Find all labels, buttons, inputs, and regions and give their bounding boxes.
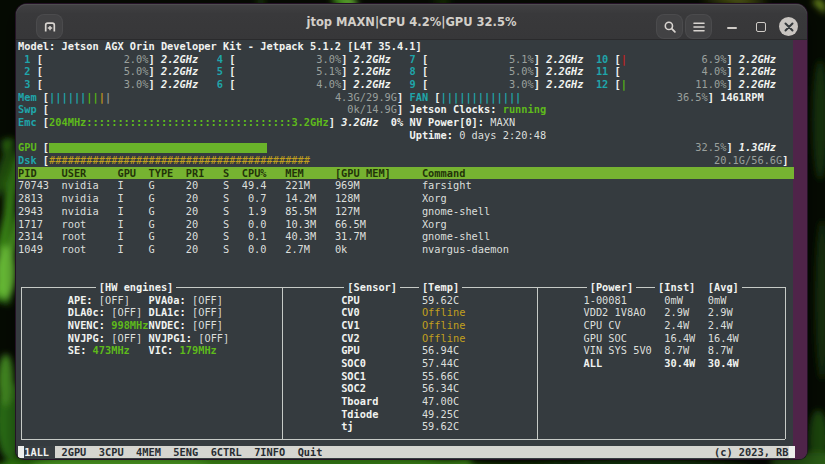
term-text: ] [726,78,732,91]
term-text: 2.4W [708,319,733,332]
term-text: ] [341,53,347,66]
term-text: 6 [217,78,223,91]
term-text: MEM [285,167,304,180]
term-text: USER [61,167,86,180]
term-text: S [223,167,229,180]
term-text: 2813 [18,192,43,205]
term-text: 2.9W [708,306,733,319]
term-text: NVDEC: [148,319,185,332]
term-text: 14.2M [285,192,316,205]
panel-border [636,287,655,288]
term-text: CPU [341,294,360,307]
term-text: 2.4W [664,319,689,332]
panel-row-7: SOC155.66C [18,370,794,383]
term-text: 2.2GHz [739,78,776,91]
term-text: 3.0% [509,78,534,91]
term-text: 55.66C [422,370,459,383]
term-text: ] [534,65,540,78]
menu-item-quit[interactable]: Quit [298,446,323,459]
term-text: 40.3M [285,230,316,243]
menu-bar-line[interactable]: 1ALL2GPU3CPU4MEM5ENG6CTRL7INFOQuit(c) 20… [18,446,794,459]
term-text: nvidia [61,179,98,192]
term-text: 2.2GHz [739,65,776,78]
term-text: ] [148,65,154,78]
titlebar[interactable]: jtop MAXN|CPU 4.2%|GPU 32.5% [16,4,807,40]
term-text: 49.25C [422,408,459,421]
term-text: | [621,78,627,91]
term-text: [OFF] [198,332,229,345]
term-text: 30.4W [664,357,695,370]
panel-row-5: SE:473MHzVIC:179MHzGPU56.94CVIN SYS 5V08… [18,344,794,357]
term-text: [Power] [590,281,634,294]
term-text: Offline [422,319,466,332]
term-text: 2.2GHz [161,78,198,91]
term-text: Dsk [18,154,37,167]
term-text: FAN [409,91,428,104]
term-text: SOC0 [341,357,366,370]
term-text: 1-00081 [583,294,627,307]
maximize-button[interactable] [756,22,766,32]
term-text: ########################################… [49,154,310,167]
menu-item-7info[interactable]: 7INFO [254,446,285,459]
term-text: 8.7W [664,344,689,357]
menu-item-2gpu[interactable]: 2GPU [61,446,86,459]
term-text: 32.5% [695,141,726,154]
term-text: [OFF] [192,306,223,319]
term-text: I [117,205,123,218]
term-text: 56.94C [422,344,459,357]
term-text: 7 [409,53,415,66]
term-text: [OFF] [99,294,130,307]
term-text: ] [726,141,732,154]
term-text: [OFF] [192,319,223,332]
term-text: Offline [422,306,466,319]
term-text: | [621,53,627,66]
menu-item-3cpu[interactable]: 3CPU [99,446,124,459]
term-text: [Inst] [658,281,695,294]
term-text: 2.7M [285,243,310,256]
term-text: 10.3M [285,218,316,231]
menu-item-5eng[interactable]: 5ENG [173,446,198,459]
term-text: 11 [596,65,608,78]
search-button[interactable] [657,15,682,38]
term-text: GPU [117,167,136,180]
mem-fan-line: Mem[||||||||||4.3G/29.9G]FAN[|||||||||||… [18,91,794,104]
term-text: 0.1 [248,230,267,243]
minimize-button[interactable] [727,27,737,29]
term-text: 1717 [18,218,43,231]
panel-row-11: tj59.62C [18,420,794,433]
term-text: I [117,218,123,231]
term-text: DLA0c: [68,306,105,319]
term-text: I [117,243,123,256]
term-text: 2.2GHz [161,65,198,78]
menu-button[interactable] [686,15,711,38]
menu-item-4mem[interactable]: 4MEM [136,446,161,459]
menu-item-1all[interactable]: 1ALL [24,446,49,459]
term-text: root [61,218,86,231]
term-text: 204MHz [49,116,86,129]
term-text: 11.0% [695,78,726,91]
term-text: 1461RPM [720,91,764,104]
terminal-right-margin [793,40,807,459]
menu-item-6ctrl[interactable]: 6CTRL [211,446,242,459]
panel-border [176,287,344,288]
term-text: 3.2GHz [291,116,328,129]
term-text: root [61,243,86,256]
process-row-2813: 2813nvidiaIG20S0.714.2M128MXorg [18,192,794,205]
term-text: 2.2GHz [354,53,391,66]
term-text: I [117,179,123,192]
process-row-1049: 1049rootIG20S0.02.7M0knvargus-daemon [18,243,794,256]
term-text: 3.0% [316,53,341,66]
process-row-2314: 2314rootIG20S0.140.3M31.7Mgnome-shell [18,230,794,243]
cpu-row-2: 2[5.0%]2.2GHz5[5.1%]2.2GHz8[5.0%]2.2GHz1… [18,65,794,78]
term-text: 9 [409,78,415,91]
close-button[interactable] [779,17,798,36]
term-text: ] [534,53,540,66]
term-text: 0.0 [248,243,267,256]
term-text: 2.2GHz [546,78,583,91]
term-text: farsight [422,179,472,192]
terminal-content[interactable]: Model: Jetson AGX Orin Developer Kit - J… [16,40,807,459]
term-text: [ [229,65,235,78]
term-text: [Avg] [708,281,739,294]
term-text: Swp [18,103,37,116]
term-text: S [223,218,229,231]
